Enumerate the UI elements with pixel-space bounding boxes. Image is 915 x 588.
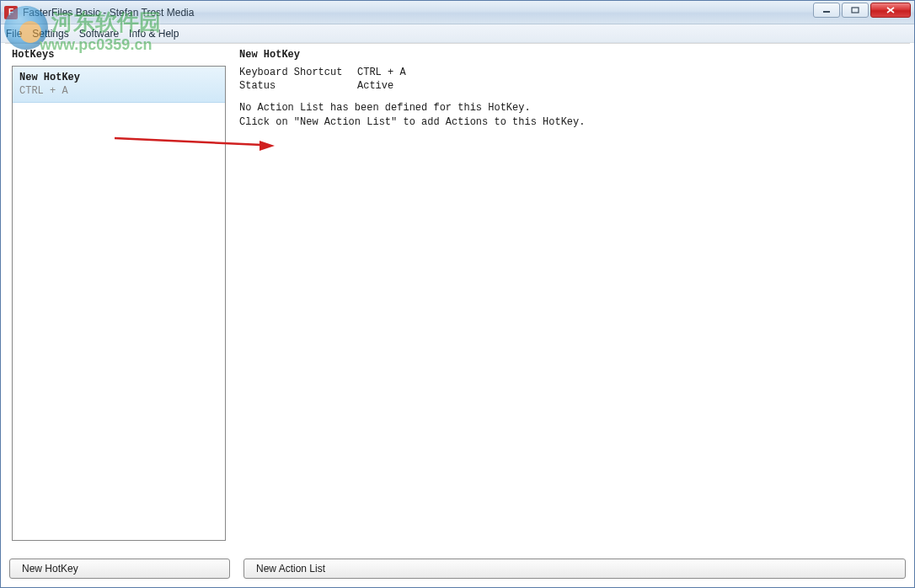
- hotkey-list-item[interactable]: New HotKey CTRL + A: [13, 67, 225, 103]
- new-hotkey-button-label: New HotKey: [22, 563, 78, 575]
- new-hotkey-button[interactable]: New HotKey: [9, 559, 230, 579]
- svg-rect-0: [823, 11, 830, 13]
- menu-info-help[interactable]: Info & Help: [129, 28, 179, 40]
- window-title: FasterFiles Basic - Stefan Trost Media: [23, 7, 194, 19]
- titlebar[interactable]: FasterFiles Basic - Stefan Trost Media: [1, 1, 914, 24]
- hotkeys-list[interactable]: New HotKey CTRL + A: [12, 66, 226, 541]
- detail-body: Keyboard Shortcut CTRL + A Status Active…: [239, 66, 903, 129]
- minimize-icon: [822, 7, 831, 13]
- detail-row-shortcut: Keyboard Shortcut CTRL + A: [239, 66, 903, 79]
- detail-message-line1: No Action List has been defined for this…: [239, 101, 903, 115]
- application-window: FasterFiles Basic - Stefan Trost Media F…: [0, 0, 915, 588]
- detail-header: New HotKey: [239, 49, 903, 61]
- menubar: File Settings Software Info & Help: [1, 24, 914, 43]
- maximize-icon: [851, 7, 859, 13]
- detail-message-line2: Click on "New Action List" to add Action…: [239, 115, 903, 129]
- right-column: New HotKey Keyboard Shortcut CTRL + A St…: [233, 44, 910, 554]
- maximize-button[interactable]: [842, 3, 869, 18]
- detail-value-status: Active: [357, 79, 393, 93]
- new-action-list-button-label: New Action List: [256, 563, 325, 575]
- minimize-button[interactable]: [813, 3, 840, 18]
- detail-row-status: Status Active: [239, 79, 903, 93]
- hotkey-item-shortcut: CTRL + A: [19, 85, 218, 97]
- content-area: HotKeys New HotKey CTRL + A New HotKey K…: [5, 43, 910, 554]
- left-column: HotKeys New HotKey CTRL + A: [5, 44, 233, 554]
- menu-settings[interactable]: Settings: [32, 28, 68, 40]
- new-action-list-button[interactable]: New Action List: [243, 559, 906, 579]
- detail-value-shortcut: CTRL + A: [357, 66, 406, 79]
- close-button[interactable]: [870, 3, 911, 18]
- detail-message: No Action List has been defined for this…: [239, 101, 903, 128]
- hotkey-item-name: New HotKey: [19, 72, 218, 83]
- app-icon: [4, 6, 18, 19]
- menu-software[interactable]: Software: [79, 28, 119, 40]
- detail-label-shortcut: Keyboard Shortcut: [239, 66, 357, 79]
- menu-file[interactable]: File: [6, 28, 22, 40]
- footer-bar: New HotKey New Action List: [1, 559, 914, 587]
- svg-rect-1: [852, 8, 859, 13]
- window-controls: [813, 3, 911, 18]
- hotkeys-header: HotKeys: [12, 49, 226, 61]
- close-icon: [886, 6, 896, 14]
- detail-label-status: Status: [239, 79, 357, 93]
